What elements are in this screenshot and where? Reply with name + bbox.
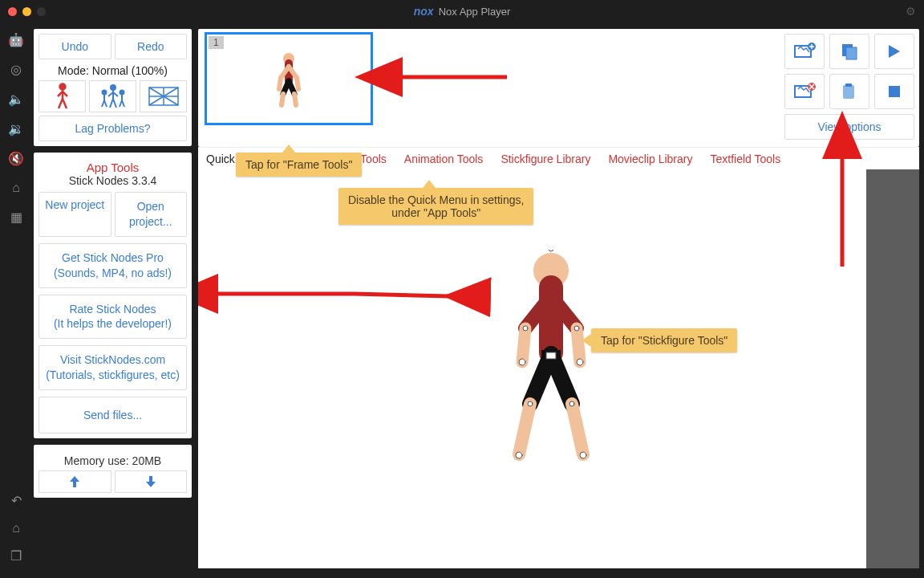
svg-point-43 xyxy=(528,401,533,406)
svg-line-15 xyxy=(113,99,116,108)
arrow-up-icon xyxy=(69,475,80,488)
svg-point-39 xyxy=(574,326,579,331)
get-pro-button[interactable]: Get Stick Nodes Pro (Sounds, MP4, no ads… xyxy=(38,243,187,288)
get-pro-line1: Get Stick Nodes Pro xyxy=(43,250,183,266)
settings-gear-icon[interactable]: ⚙ xyxy=(906,5,916,18)
svg-rect-32 xyxy=(843,85,854,99)
back-icon[interactable]: ↶ xyxy=(11,493,22,508)
stickfigure-tools-callout: Tap for "Stickfigure Tools" xyxy=(591,328,737,352)
undo-button[interactable]: Undo xyxy=(38,34,111,59)
animation-tools-menu[interactable]: Animation Tools xyxy=(404,153,484,165)
window-titlebar: nox Nox App Player ⚙ xyxy=(0,0,924,22)
open-project-button[interactable]: Open project... xyxy=(115,192,188,237)
rate-line1: Rate Stick Nodes xyxy=(43,302,183,317)
canvas-white[interactable] xyxy=(198,169,866,568)
svg-point-16 xyxy=(120,91,124,95)
visit-line1: Visit StickNodes.com xyxy=(43,352,183,368)
svg-line-5 xyxy=(63,99,67,108)
emulator-sidebar: 🤖 ◎ 🔈 🔉 🔇 ⌂ ▦ ↶ ⌂ ❐ xyxy=(0,22,32,578)
visit-line2: (Tutorials, stickfigures, etc) xyxy=(43,368,183,383)
copy-icon xyxy=(841,43,858,60)
svg-line-14 xyxy=(110,99,113,108)
svg-line-19 xyxy=(122,100,124,107)
copy-button[interactable] xyxy=(829,34,869,69)
canvas-main[interactable] xyxy=(198,169,919,568)
stickfigure-library-menu[interactable]: Stickfigure Library xyxy=(500,153,590,165)
get-pro-line2: (Sounds, MP4, no ads!) xyxy=(43,266,183,281)
svg-point-41 xyxy=(577,359,583,365)
volume-icon[interactable]: 🔈 xyxy=(8,92,24,107)
scroll-up-button[interactable] xyxy=(38,470,111,493)
delete-frame-button[interactable] xyxy=(784,74,825,109)
minimize-window-icon[interactable] xyxy=(22,7,31,16)
svg-point-10 xyxy=(111,85,116,90)
svg-point-44 xyxy=(569,401,574,406)
textfield-tools-menu[interactable]: Textfield Tools xyxy=(710,153,780,165)
memory-label: Memory use: 20MB xyxy=(38,450,187,470)
svg-rect-47 xyxy=(546,352,556,359)
play-icon xyxy=(887,43,902,59)
stick-single-icon xyxy=(54,83,71,110)
play-button[interactable] xyxy=(874,34,914,69)
nox-logo: nox xyxy=(414,5,434,18)
paste-icon xyxy=(841,83,857,100)
canvas-overflow xyxy=(866,169,919,568)
svg-rect-33 xyxy=(845,83,852,87)
stop-icon xyxy=(888,85,901,98)
home-icon[interactable]: ⌂ xyxy=(12,521,20,535)
frame-tools-callout: Tap for "Frame Tools" xyxy=(236,153,362,177)
redo-button[interactable]: Redo xyxy=(115,34,188,59)
new-project-button[interactable]: New project xyxy=(38,192,111,237)
svg-rect-29 xyxy=(846,47,857,59)
delete-frame-icon xyxy=(793,83,816,100)
svg-point-40 xyxy=(519,359,525,365)
stick-multi-icon xyxy=(97,83,129,110)
window-controls xyxy=(8,7,46,16)
memory-card: Memory use: 20MB xyxy=(34,445,192,498)
version-label: Stick Nodes 3.3.4 xyxy=(38,174,187,189)
camera-grid-button[interactable] xyxy=(140,80,187,112)
app-tools-heading: App Tools xyxy=(38,157,187,174)
view-options-button[interactable]: View options xyxy=(784,114,914,140)
content-area: Undo Redo Mode: Normal (100%) Lag xyxy=(32,22,924,578)
stickfigure-on-canvas[interactable] xyxy=(495,250,607,469)
movieclip-library-menu[interactable]: Movieclip Library xyxy=(608,153,692,165)
frame-number: 1 xyxy=(209,36,224,49)
robot-icon[interactable]: 🤖 xyxy=(8,32,24,47)
svg-line-4 xyxy=(59,99,63,108)
mode-label: Mode: Normal (100%) xyxy=(38,59,187,80)
paste-button[interactable] xyxy=(829,74,869,109)
multi-stickfigure-button[interactable] xyxy=(89,80,136,112)
frame-thumbnail-1[interactable]: 1 xyxy=(205,32,373,125)
location-icon[interactable]: ◎ xyxy=(10,62,22,77)
svg-rect-34 xyxy=(889,86,900,97)
add-frame-icon xyxy=(793,43,816,60)
recents-icon[interactable]: ❐ xyxy=(10,548,22,564)
scroll-down-button[interactable] xyxy=(115,470,188,493)
frame-thumb-stick-icon xyxy=(273,52,305,111)
title-center: nox Nox App Player xyxy=(414,5,511,18)
timeline-row: 1 xyxy=(198,29,919,147)
window-title: Nox App Player xyxy=(439,6,511,18)
stop-button[interactable] xyxy=(874,74,914,109)
svg-point-6 xyxy=(102,91,106,95)
screenshot-icon[interactable]: ⌂ xyxy=(12,181,20,195)
svg-line-9 xyxy=(104,100,107,107)
close-window-icon[interactable] xyxy=(8,7,17,16)
rate-button[interactable]: Rate Stick Nodes (It helps the developer… xyxy=(38,295,187,340)
volume-down-icon[interactable]: 🔉 xyxy=(8,121,24,136)
send-files-button[interactable]: Send files... xyxy=(38,397,187,434)
maximize-window-icon[interactable] xyxy=(37,7,46,16)
arrow-down-icon xyxy=(145,475,156,488)
single-stickfigure-button[interactable] xyxy=(38,80,86,112)
lag-problems-button[interactable]: Lag Problems? xyxy=(38,116,187,141)
mute-icon[interactable]: 🔇 xyxy=(8,151,24,166)
timeline-tool-cluster: View options xyxy=(784,34,914,140)
camera-grid-icon xyxy=(148,86,180,107)
quick-menu-label[interactable]: Quick xyxy=(206,153,235,165)
svg-point-46 xyxy=(580,452,586,458)
rate-line2: (It helps the developer!) xyxy=(43,316,183,332)
add-frame-button[interactable] xyxy=(784,34,825,69)
grid-icon[interactable]: ▦ xyxy=(10,210,22,225)
visit-site-button[interactable]: Visit StickNodes.com (Tutorials, stickfi… xyxy=(38,345,187,390)
